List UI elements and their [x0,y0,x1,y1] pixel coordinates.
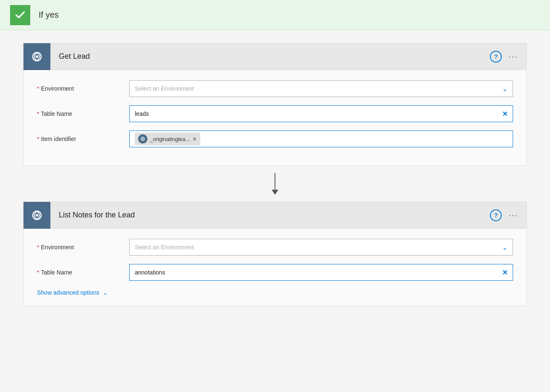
itemid-required-star-1: * [37,136,39,142]
list-notes-title: List Notes for the Lead [50,211,490,220]
get-lead-environment-placeholder: Select an Environment [135,85,194,92]
list-notes-tablename-value: annotations [135,269,165,276]
list-notes-tablename-clear[interactable]: ✕ [502,269,508,277]
get-lead-more-button[interactable]: ··· [508,52,518,61]
get-lead-card: Get Lead ? ··· * Environment Select [23,43,527,166]
list-notes-help-button[interactable]: ? [490,209,502,221]
get-lead-environment-select[interactable]: Select an Environment ⌄ [129,80,513,97]
connector-arrow [272,173,278,195]
connector-line [275,173,275,190]
tablename-required-star-1: * [37,110,39,117]
svg-point-1 [36,55,38,58]
get-lead-token-text: _originatingleа... [150,136,190,142]
get-lead-environment-row: * Environment Select an Environment ⌄ [37,80,513,97]
get-lead-token-close[interactable]: ✕ [192,136,197,142]
get-lead-actions: ? ··· [490,51,526,63]
get-lead-tablename-row: * Table Name leads ✕ [37,105,513,122]
svg-point-3 [142,139,144,140]
list-notes-tablename-input-wrap: annotations ✕ [129,264,513,281]
show-advanced-label: Show advanced options [37,289,100,296]
list-notes-tablename-input[interactable]: annotations ✕ [129,264,513,281]
get-lead-token-icon [138,134,147,144]
get-lead-card-body: * Environment Select an Environment ⌄ * … [24,70,526,166]
list-notes-actions: ? ··· [490,209,526,221]
list-notes-environment-chevron: ⌄ [502,243,508,251]
list-notes-card-header: List Notes for the Lead ? ··· [24,202,526,229]
tablename-required-star-2: * [37,269,39,276]
dataverse-icon-2 [30,209,44,222]
get-lead-tablename-clear[interactable]: ✕ [502,110,508,118]
connector-arrowhead [272,190,278,195]
list-notes-environment-placeholder: Select an Environment [135,244,194,251]
list-notes-tablename-label: * Table Name [37,269,129,276]
list-notes-environment-label: * Environment [37,244,129,251]
get-lead-environment-input-wrap: Select an Environment ⌄ [129,80,513,97]
environment-required-star-1: * [37,85,39,92]
get-lead-environment-label: * Environment [37,85,129,92]
get-lead-tablename-label: * Table Name [37,110,129,117]
get-lead-help-button[interactable]: ? [490,51,502,63]
get-lead-token-chip: _originatingleа... ✕ [135,133,200,145]
get-lead-itemid-input-wrap: _originatingleа... ✕ [129,131,513,147]
get-lead-tablename-value: leads [135,110,149,117]
show-advanced-options[interactable]: Show advanced options ⌄ [37,289,513,296]
list-notes-tablename-row: * Table Name annotations ✕ [37,264,513,281]
get-lead-itemid-row: * Item identifier [37,131,513,147]
main-content: Get Lead ? ··· * Environment Select [0,30,550,319]
get-lead-environment-chevron: ⌄ [502,85,508,93]
list-notes-environment-input-wrap: Select an Environment ⌄ [129,239,513,256]
get-lead-itemid-label: * Item identifier [37,136,129,142]
get-lead-tablename-input-wrap: leads ✕ [129,105,513,122]
list-notes-environment-row: * Environment Select an Environment ⌄ [37,239,513,256]
svg-point-5 [36,214,38,217]
dataverse-icon-1 [30,50,44,63]
list-notes-more-button[interactable]: ··· [508,210,518,220]
list-notes-card-body: * Environment Select an Environment ⌄ * … [24,229,526,306]
show-advanced-chevron-icon: ⌄ [103,289,108,296]
get-lead-icon-box [24,43,50,70]
header: If yes [0,0,550,30]
dataverse-token-icon-1 [140,136,146,142]
environment-required-star-2: * [37,244,39,251]
header-title: If yes [39,10,59,20]
get-lead-itemid-input[interactable]: _originatingleа... ✕ [129,131,513,147]
get-lead-card-header: Get Lead ? ··· [24,43,526,70]
list-notes-icon-box [24,202,50,229]
get-lead-title: Get Lead [50,52,490,61]
get-lead-tablename-input[interactable]: leads ✕ [129,105,513,122]
header-check-icon [10,5,30,25]
list-notes-environment-select[interactable]: Select an Environment ⌄ [129,239,513,256]
list-notes-card: List Notes for the Lead ? ··· * Environm… [23,201,527,306]
